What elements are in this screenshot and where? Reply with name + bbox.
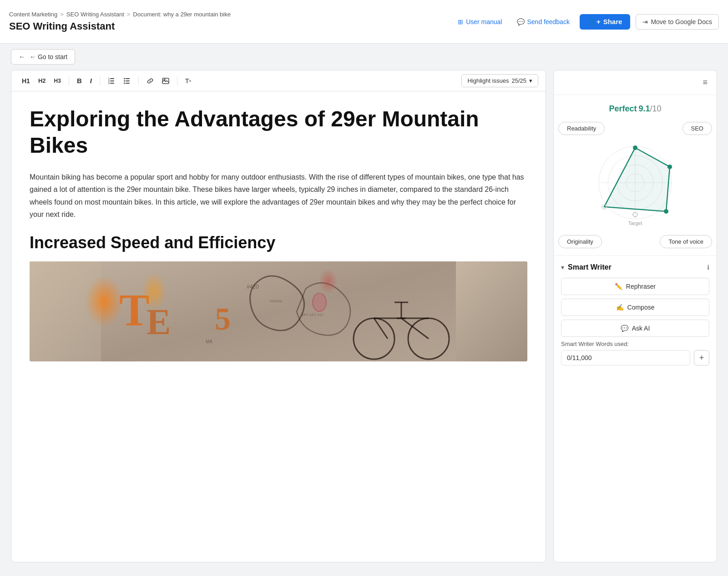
google-docs-button[interactable]: ⇥ Move to Google Docs [636, 14, 719, 30]
svg-point-8 [124, 80, 125, 81]
svg-text:Artesia: Artesia [269, 299, 282, 303]
document-title: Exploring the Advantages of 29er Mountai… [30, 106, 527, 158]
radar-top-labels: Readability SEO [554, 122, 717, 135]
send-feedback-label: Send feedback [527, 18, 570, 25]
sub-toolbar: ← ← Go to start [0, 44, 728, 70]
toolbar-image-button[interactable] [159, 75, 172, 87]
compose-label: Compose [627, 304, 655, 311]
toolbar-clear-format-button[interactable]: Tx [182, 75, 194, 87]
user-manual-label: User manual [466, 18, 502, 25]
svg-line-24 [401, 318, 429, 339]
share-button[interactable]: 👤+ Share [580, 14, 630, 30]
go-to-start-button[interactable]: ← ← Go to start [11, 49, 75, 65]
highlight-label: Highlight issues [467, 77, 509, 84]
toolbar-ordered-list-button[interactable]: 123 [105, 75, 118, 87]
svg-point-19 [354, 318, 394, 359]
words-used-value: 0 [567, 354, 571, 361]
svg-text:Target: Target [628, 220, 642, 226]
ask-ai-label: Ask AI [632, 325, 650, 332]
send-feedback-button[interactable]: 💬 Send feedback [512, 15, 574, 28]
smart-writer-words-row: 0/11,000 + [561, 350, 709, 366]
toolbar-italic-button[interactable]: I [87, 75, 95, 87]
share-label: Share [603, 18, 622, 25]
smart-writer-collapse-button[interactable]: ▾ [561, 264, 564, 271]
breadcrumb-seo-assistant[interactable]: SEO Writing Assistant [66, 11, 124, 18]
chevron-down-icon: ▾ [561, 264, 564, 271]
section-title-speed: Increased Speed and Efficiency [30, 233, 527, 252]
smart-writer-title: Smart Writer [568, 263, 703, 271]
top-bar-left: Content Marketing > SEO Writing Assistan… [9, 11, 231, 32]
user-manual-button[interactable]: ⊞ User manual [453, 15, 506, 28]
toolbar-link-button[interactable] [143, 75, 157, 87]
hamburger-icon: ≡ [703, 78, 708, 87]
share-icon: 👤+ [588, 18, 601, 26]
toolbar-separator-3 [138, 76, 139, 85]
feedback-icon: 💬 [517, 18, 525, 25]
score-denom: /10 [650, 104, 661, 113]
breadcrumb-content-marketing[interactable]: Content Marketing [9, 11, 57, 18]
right-panel: ≡ Perfect 9.1/10 Readability SEO [553, 70, 717, 562]
radar-chart-container: Target [554, 135, 717, 235]
words-limit: /11,000 [571, 354, 592, 361]
info-icon: ℹ [707, 264, 709, 271]
svg-rect-2 [110, 83, 114, 84]
breadcrumb-document: Document: why a 29er mountain bike [133, 11, 231, 18]
seo-button[interactable]: SEO [682, 122, 712, 135]
toolbar-unordered-list-button[interactable] [120, 75, 134, 87]
smart-writer-section: ▾ Smart Writer ℹ ✏️ Rephraser ✍️ Compose… [554, 255, 717, 371]
toolbar-separator-4 [177, 76, 177, 85]
ordered-list-icon: 123 [108, 77, 115, 85]
svg-line-23 [374, 318, 388, 339]
toolbar-h1-button[interactable]: H1 [19, 75, 33, 87]
document-image: T E 5 [30, 261, 527, 361]
svg-marker-39 [604, 148, 670, 211]
add-words-button[interactable]: + [694, 350, 709, 366]
graffiti-illustration: T E 5 [30, 261, 527, 361]
svg-rect-14 [101, 261, 456, 361]
toolbar-h2-button[interactable]: H2 [35, 75, 49, 86]
toolbar-bold-button[interactable]: B [74, 75, 85, 87]
top-bar-right: ⊞ User manual 💬 Send feedback 👤+ Share ⇥… [453, 14, 719, 30]
svg-text:3: 3 [108, 81, 110, 84]
highlight-issues-button[interactable]: Highlight issues 25/25 ▾ [461, 74, 538, 87]
readability-button[interactable]: Readability [558, 122, 605, 135]
originality-button[interactable]: Originality [558, 235, 602, 248]
score-value: 9.1 [638, 104, 650, 113]
ask-ai-button[interactable]: 💬 Ask AI [561, 320, 709, 337]
svg-rect-7 [126, 78, 130, 79]
editor-toolbar: H1 H2 H3 B I 123 Tx Highlight [11, 70, 546, 91]
radar-bottom-labels: Originality Tone of voice [554, 235, 717, 255]
graffiti-wall-bg: T E 5 [30, 261, 527, 361]
page-title: SEO Writing Assistant [9, 20, 231, 32]
radar-chart: Target [581, 140, 690, 230]
svg-text:#420: #420 [247, 284, 259, 290]
smart-writer-info-button[interactable]: ℹ [707, 264, 709, 271]
breadcrumb-sep-1: > [60, 11, 64, 18]
toolbar-separator-2 [100, 76, 100, 85]
svg-text:T: T [119, 285, 150, 335]
svg-rect-15 [101, 261, 456, 361]
user-manual-icon: ⊞ [458, 18, 463, 25]
ask-ai-icon: 💬 [621, 325, 628, 332]
svg-text:5: 5 [215, 301, 231, 336]
document-paragraph: Mountain biking has become a popular spo… [30, 171, 527, 220]
svg-rect-1 [110, 80, 114, 81]
compose-button[interactable]: ✍️ Compose [561, 299, 709, 316]
toolbar-separator-1 [69, 76, 69, 85]
tone-of-voice-button[interactable]: Tone of voice [660, 235, 712, 248]
highlight-count: 25/25 [511, 77, 526, 84]
right-panel-header: ≡ [554, 70, 717, 95]
rephraser-button[interactable]: ✏️ Rephraser [561, 278, 709, 295]
toolbar-h3-button[interactable]: H3 [51, 75, 64, 86]
rephraser-label: Rephraser [626, 283, 656, 290]
svg-point-41 [633, 145, 637, 150]
google-docs-icon: ⇥ [642, 18, 648, 25]
panel-menu-button[interactable]: ≡ [701, 76, 709, 89]
svg-rect-0 [110, 78, 114, 79]
svg-rect-11 [126, 83, 130, 84]
editor-content[interactable]: Exploring the Advantages of 29er Mountai… [11, 91, 546, 376]
editor-panel: H1 H2 H3 B I 123 Tx Highlight [11, 70, 546, 562]
svg-point-42 [667, 165, 672, 169]
svg-rect-9 [126, 80, 130, 81]
highlight-chevron-icon: ▾ [529, 77, 532, 84]
